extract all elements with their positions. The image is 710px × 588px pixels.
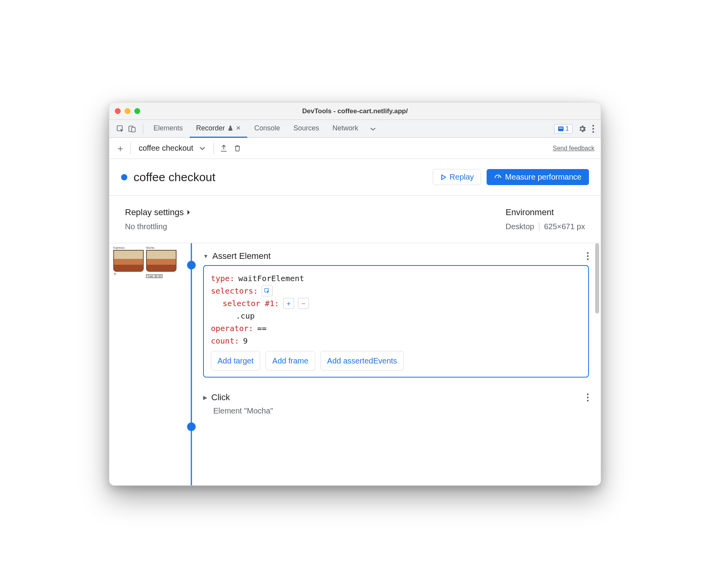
prop-key: type <box>211 274 230 283</box>
tab-network[interactable]: Network <box>326 120 364 138</box>
scrollbar[interactable] <box>595 243 599 314</box>
svg-point-7 <box>592 131 594 132</box>
tab-elements[interactable]: Elements <box>147 120 189 138</box>
issues-badge[interactable]: 1 <box>554 124 573 134</box>
prop-value[interactable]: waitForElement <box>238 272 304 285</box>
replay-button[interactable]: Replay <box>433 169 481 185</box>
recording-name: coffee checkout <box>139 144 193 153</box>
recorder-toolbar: ＋ coffee checkout Send feedback <box>109 138 601 159</box>
traffic-lights <box>115 108 140 114</box>
svg-rect-4 <box>559 128 563 128</box>
steps-column: ▼ Assert Element type: waitForElement se… <box>199 243 601 485</box>
recording-title: coffee checkout <box>134 171 216 184</box>
tab-label: Sources <box>293 124 319 132</box>
timeline: Espresso ☕ Mocha Total: $0.00 ▼ Assert E… <box>109 243 601 485</box>
add-target-button[interactable]: Add target <box>211 351 260 371</box>
flask-icon <box>227 125 234 131</box>
thumb-total: Total: $0.00 <box>146 274 162 278</box>
window-close-button[interactable] <box>115 108 121 114</box>
environment-label: Environment <box>506 207 585 217</box>
svg-point-6 <box>592 128 594 129</box>
timeline-node[interactable] <box>187 261 196 269</box>
add-selector-button[interactable]: ＋ <box>283 298 294 309</box>
send-feedback-link[interactable]: Send feedback <box>553 145 594 152</box>
window-title: DevTools - coffee-cart.netlify.app/ <box>109 107 601 115</box>
tab-label: Console <box>254 124 280 132</box>
label-text: Replay settings <box>125 207 184 217</box>
step-menu-icon[interactable] <box>587 393 589 402</box>
devtools-window: DevTools - coffee-cart.netlify.app/ Elem… <box>109 102 601 486</box>
prop-key: selectors <box>211 286 253 296</box>
device-toolbar-icon[interactable] <box>128 125 136 133</box>
issues-icon <box>558 126 564 132</box>
prop-key: operator <box>211 324 248 333</box>
selector-value[interactable]: .cup <box>236 310 255 322</box>
svg-rect-3 <box>558 127 564 131</box>
gauge-icon <box>494 173 502 181</box>
thumb-label: Mocha <box>146 246 177 249</box>
throttling-value: No throttling <box>125 222 191 231</box>
tab-label: Elements <box>153 124 183 132</box>
tab-label: Network <box>332 124 358 132</box>
svg-point-8 <box>587 252 589 254</box>
step-menu-icon[interactable] <box>587 252 589 260</box>
prop-key: count <box>211 336 234 346</box>
thumbnail-column: Espresso ☕ Mocha Total: $0.00 <box>109 243 184 485</box>
window-maximize-button[interactable] <box>134 108 140 114</box>
svg-rect-2 <box>132 127 135 132</box>
separator <box>214 143 214 154</box>
collapse-icon[interactable]: ▼ <box>203 253 209 259</box>
separator <box>539 223 539 231</box>
window-minimize-button[interactable] <box>125 108 130 114</box>
screenshot-thumbnail[interactable]: Mocha Total: $0.00 <box>146 246 177 482</box>
viewport-value: 625×671 px <box>544 222 585 231</box>
export-icon[interactable] <box>219 144 228 153</box>
close-tab-icon[interactable]: ✕ <box>236 125 241 132</box>
kebab-menu-icon[interactable] <box>592 125 594 133</box>
svg-point-5 <box>592 125 594 126</box>
step-body: type: waitForElement selectors: selector… <box>203 265 589 378</box>
step-click: ▶ Click Element "Mocha" <box>203 388 589 415</box>
more-tabs-icon[interactable] <box>365 127 381 131</box>
remove-selector-button[interactable]: － <box>298 298 309 309</box>
timeline-rail <box>184 243 199 485</box>
settings-bar: Replay settings No throttling Environmen… <box>109 196 601 243</box>
settings-gear-icon[interactable] <box>578 125 587 133</box>
button-label: Measure performance <box>505 173 582 182</box>
devtools-tabstrip: Elements Recorder ✕ Console Sources Netw… <box>109 120 601 138</box>
tab-sources[interactable]: Sources <box>287 120 325 138</box>
device-value: Desktop <box>506 222 534 231</box>
step-title: Click <box>211 392 230 403</box>
replay-settings-toggle[interactable]: Replay settings <box>125 207 191 217</box>
add-asserted-events-button[interactable]: Add assertedEvents <box>321 351 404 371</box>
svg-point-13 <box>587 397 589 398</box>
screenshot-thumbnail[interactable]: Espresso ☕ <box>113 246 144 482</box>
prop-key: selector #1 <box>223 299 274 308</box>
add-frame-button[interactable]: Add frame <box>266 351 315 371</box>
chevron-right-icon <box>187 210 191 215</box>
recording-picker[interactable]: coffee checkout <box>136 144 208 153</box>
tab-label: Recorder <box>196 124 225 132</box>
timeline-node[interactable] <box>187 422 196 431</box>
chevron-down-icon <box>199 146 206 151</box>
tab-console[interactable]: Console <box>248 120 286 138</box>
step-subtitle: Element "Mocha" <box>213 406 589 415</box>
delete-icon[interactable] <box>234 144 241 153</box>
tab-recorder[interactable]: Recorder ✕ <box>190 120 247 138</box>
prop-value[interactable]: == <box>257 322 266 335</box>
step-title: Assert Element <box>212 251 271 261</box>
play-icon <box>440 174 446 180</box>
pick-selector-icon[interactable] <box>262 285 273 296</box>
thumb-label: Espresso <box>113 246 144 249</box>
expand-icon[interactable]: ▶ <box>203 394 207 401</box>
svg-point-14 <box>587 400 589 401</box>
measure-performance-button[interactable]: Measure performance <box>487 169 589 185</box>
step-assert-element: ▼ Assert Element type: waitForElement se… <box>203 247 589 378</box>
inspect-element-icon[interactable] <box>116 125 124 133</box>
issues-count: 1 <box>566 125 569 132</box>
window-titlebar: DevTools - coffee-cart.netlify.app/ <box>109 103 601 120</box>
recording-status-dot <box>121 174 127 180</box>
new-recording-button[interactable]: ＋ <box>116 142 125 155</box>
prop-value[interactable]: 9 <box>243 335 248 347</box>
svg-point-12 <box>587 394 589 395</box>
